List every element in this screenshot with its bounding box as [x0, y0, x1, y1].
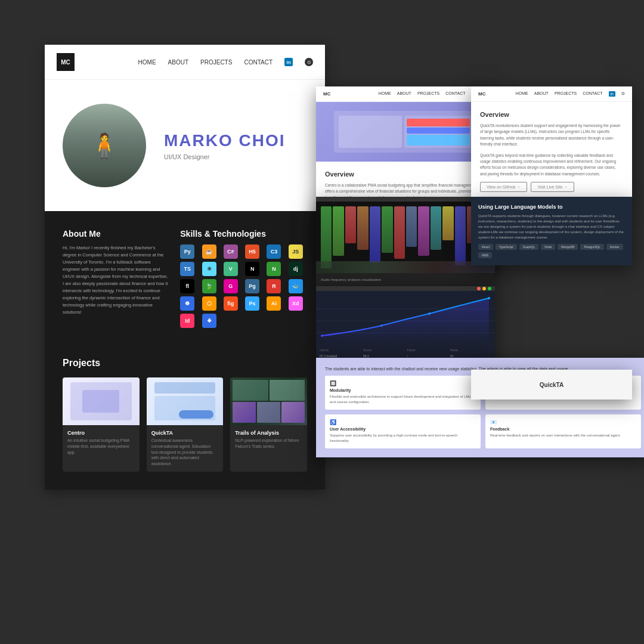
skill-css3: C3 — [267, 244, 281, 259]
overlay4-github[interactable]: ⊙ — [621, 91, 625, 97]
overlay2-footer-text: Audio frequency analysis visualization — [321, 278, 490, 281]
close-dot2 — [477, 287, 481, 290]
svg-point-6 — [488, 297, 490, 299]
bar-4 — [357, 206, 368, 250]
linkedin-icon[interactable]: in — [284, 58, 293, 66]
accessibility-title: User Accessibility — [330, 427, 476, 431]
col-score: Score — [363, 348, 404, 352]
overlay4-nav-home[interactable]: HOME — [516, 91, 528, 97]
bar-6 — [382, 206, 392, 253]
skill-flask: fl — [180, 279, 194, 293]
overlay2-bar — [316, 197, 495, 202]
tag-node: Node — [541, 244, 555, 250]
max-dot2 — [488, 287, 491, 290]
skill-xd: Xd — [289, 296, 303, 311]
tag-psql: PostgreSQL — [580, 244, 603, 250]
nav-contact[interactable]: CONTACT — [244, 59, 273, 66]
overlay6-tags: React TypeScript GraphQL Node MongoDB Po… — [478, 244, 625, 258]
projects-section: Projects Centro An intuitive social budg… — [45, 346, 325, 490]
skill-java: ☕ — [202, 244, 216, 259]
skill-redis: R — [267, 279, 281, 293]
overlay-chart-page: Audio frequency analysis visualization — [316, 197, 495, 286]
project-card-trails[interactable]: Trails of Analysis NLP-powered explorati… — [230, 377, 307, 472]
bar-10 — [431, 206, 441, 250]
bar-9 — [418, 206, 429, 256]
svg-point-5 — [428, 312, 431, 315]
overlay4-nav-projects[interactable]: PROJECTS — [555, 91, 577, 97]
site-logo: MC — [57, 53, 75, 71]
nav-about[interactable]: ABOUT — [168, 59, 188, 66]
project-card-centro[interactable]: Centro An intuitive social budgeting PWA… — [63, 377, 140, 472]
overlay-quickta-page: MC HOME ABOUT PROJECTS CONTACT in ⊙ Over… — [471, 86, 632, 201]
projects-title: Projects — [63, 358, 307, 369]
overlay4-nav-contact[interactable]: CONTACT — [583, 91, 602, 97]
modularity-title: Modularity — [330, 388, 476, 392]
overlay2-footer: Audio frequency analysis visualization — [316, 273, 495, 286]
project-name-trails: Trails of Analysis — [235, 430, 302, 436]
skills-title: Skills & Technologies — [180, 229, 307, 239]
overlay4-buttons: View on GitHub → Visit Live Site → — [480, 182, 623, 192]
overlay4-visit-btn[interactable]: Visit Live Site → — [531, 182, 574, 192]
overlay3-chart — [316, 291, 495, 345]
overlay1-nav-projects[interactable]: PROJECTS — [417, 91, 439, 97]
hero-title: UI/UX Designer — [164, 153, 286, 160]
skill-html5: H5 — [245, 244, 259, 259]
skill-psql: Pg — [245, 279, 259, 293]
min-dot2 — [482, 287, 486, 290]
bar-7 — [394, 206, 405, 259]
bar-2 — [333, 206, 343, 256]
feature-modularity: 🔲 Modularity Flexible and extensible arc… — [325, 376, 481, 410]
trails-img-4 — [257, 402, 280, 423]
overlay1-thumb-inner — [334, 111, 477, 153]
skill-docker: 🐳 — [289, 279, 303, 293]
skill-csharp: C# — [224, 244, 238, 259]
project-name-centro: Centro — [67, 430, 135, 436]
overlay4-linkedin[interactable]: in — [609, 91, 615, 97]
project-desc-quickta: Contextual awareness conversational agen… — [151, 438, 219, 467]
project-card-quickta[interactable]: QuickTA Contextual awareness conversatio… — [147, 377, 224, 472]
modularity-text: Flexible and extensible architecture to … — [330, 394, 476, 405]
overlay1-nav: MC HOME ABOUT PROJECTS CONTACT in ⊙ — [316, 86, 495, 102]
skill-illustrator: Ai — [267, 296, 281, 311]
overlay4-nav-links: HOME ABOUT PROJECTS CONTACT in ⊙ — [516, 91, 625, 97]
skill-k8s: ☸ — [180, 296, 194, 311]
skill-js: JS — [289, 244, 303, 259]
overlay1-nav-home[interactable]: HOME — [379, 91, 391, 97]
trails-img-2 — [270, 380, 305, 401]
overlay4-github-btn[interactable]: View on GitHub → — [480, 182, 527, 192]
skill-mongo: 🍃 — [202, 279, 216, 293]
bar-3 — [345, 206, 356, 243]
trails-img-1 — [233, 380, 268, 401]
project-desc-trails: NLP-powered exploration of Nihon Falcon'… — [235, 438, 302, 450]
nav-home[interactable]: HOME — [138, 59, 156, 66]
feature-accessibility: ♿ User Accessibility Supports user acces… — [325, 414, 481, 448]
feedback2-icon: 📧 — [490, 419, 636, 425]
overlay1-nav-contact[interactable]: CONTACT — [445, 91, 465, 97]
hero-text: MARKO CHOI UI/UX Designer — [164, 131, 286, 160]
avatar: 🧍 — [63, 104, 146, 187]
feedback2-text: Real-time feedback and reports on user i… — [490, 433, 636, 438]
project-thumb-quickta — [147, 377, 224, 425]
bar-5 — [370, 206, 380, 262]
trails-img-5 — [281, 402, 305, 423]
about-title: About Me — [63, 229, 168, 239]
nav-projects[interactable]: PROJECTS — [200, 59, 232, 66]
accessibility-icon: ♿ — [330, 419, 476, 425]
accessibility-text: Supports user accessibility by providing… — [330, 433, 476, 444]
project-info-quickta: QuickTA Contextual awareness conversatio… — [147, 425, 224, 472]
trails-img-3 — [233, 402, 256, 423]
github-icon[interactable]: ⊙ — [305, 58, 313, 66]
skill-ts: TS — [180, 262, 194, 276]
svg-point-3 — [321, 335, 323, 337]
overlay4-nav-about[interactable]: ABOUT — [534, 91, 549, 97]
tag-ts: TypeScript — [496, 244, 517, 250]
tag-aws: AWS — [478, 252, 492, 258]
skill-python: Py — [180, 244, 194, 259]
overlay1-thumb — [316, 102, 495, 162]
skill-react: ⚛ — [202, 262, 216, 276]
tag-graphql: GraphQL — [519, 244, 539, 250]
modularity-icon: 🔲 — [330, 380, 476, 386]
overlay7-logo: QuickTA — [540, 382, 564, 388]
about-text: Hi, I'm Marko! I recently finished my Ba… — [63, 244, 168, 316]
overlay1-nav-about[interactable]: ABOUT — [397, 91, 411, 97]
